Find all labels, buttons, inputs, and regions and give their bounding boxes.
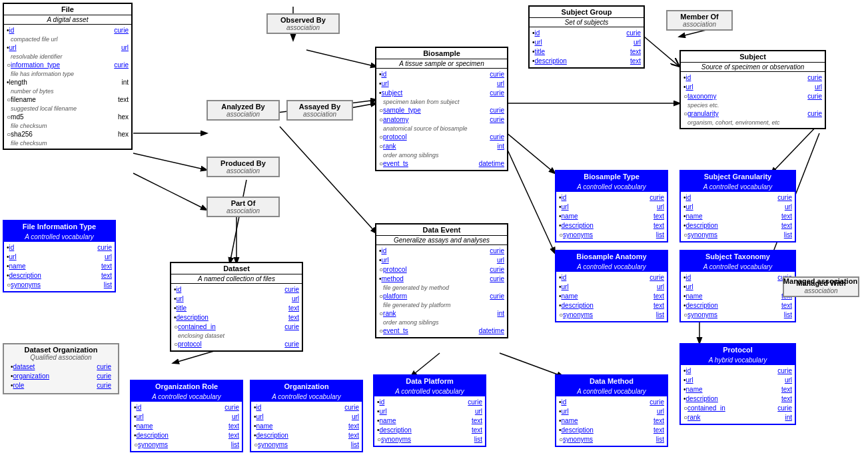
subj-tax-note: species etc. [683, 101, 822, 109]
subj-field-url: •url url [683, 83, 822, 92]
managed-with-subtitle: association [788, 287, 854, 294]
file-info-type-fields: •id curie •url url •name text •descripti… [4, 242, 115, 291]
dp-title: Data Platform [374, 376, 485, 387]
svg-line-6 [230, 180, 246, 263]
fit-id-type: curie [97, 243, 112, 252]
bs-field-rank: ○rank int [379, 142, 504, 151]
org-field-desc: •description text [254, 431, 359, 440]
do-dataset-name: •dataset [11, 362, 35, 372]
subject-entity: Subject Source of specimen or observatio… [679, 50, 826, 129]
svg-line-17 [411, 353, 440, 376]
produced-by-assoc: Produced By association [207, 157, 280, 177]
or-field-id: •id curie [134, 403, 239, 412]
fit-field-id: •id curie [7, 243, 112, 252]
file-infotype-note: file has information type [7, 70, 129, 78]
file-info-type-entity: File Information Type A controlled vocab… [3, 220, 116, 292]
subject-subtitle: Source of specimen or observation [681, 63, 825, 72]
diagram-container: File A digital asset •id curie compacted… [0, 0, 868, 467]
org-field-id: •id curie [254, 403, 359, 412]
bst-field-id: •id curie [559, 193, 664, 203]
file-field-sha256: ○sha256 hex [7, 130, 129, 139]
file-sha256-note: file checksum [7, 139, 129, 147]
dm-field-url: •url url [559, 407, 664, 416]
assayed-by-title: Assayed By [292, 103, 348, 111]
sg-field-id: •id curie [532, 29, 641, 38]
data-event-subtitle: Generalize assays and analyses [376, 236, 507, 245]
proto-field-url: •url url [683, 376, 792, 385]
file-fields: •id curie compacted file url •url url re… [4, 25, 131, 149]
subj-gran-note: organism, cohort, environment, etc [683, 119, 822, 127]
dataset-fields: •id curie •url url •title text •descript… [171, 284, 302, 350]
ds-field-desc: •description text [174, 313, 299, 322]
de-platform-note: file generated by platform [379, 301, 504, 309]
biosample-subtitle: A tissue sample or specimen [376, 59, 507, 69]
svg-line-13 [771, 123, 819, 173]
fit-field-name: •name text [7, 262, 112, 271]
member-of-subtitle: association [671, 21, 727, 28]
organization-entity: Organization A controlled vocabulary •id… [250, 380, 363, 452]
proto-title: Protocol [681, 344, 795, 356]
file-url-note: resolvable identifier [7, 53, 129, 61]
dataset-org-title: Dataset Organization [8, 346, 114, 354]
dm-title: Data Method [556, 376, 667, 387]
svg-line-15 [644, 37, 679, 67]
stax-field-url: •url url [683, 282, 792, 292]
managed-association-label: Managed association [782, 277, 859, 285]
file-md5-name: ○md5 [7, 113, 24, 122]
subject-group-fields: •id curie •url url •title text •descript… [530, 27, 644, 67]
fit-name-name: •name [7, 262, 26, 271]
sg-field-title: •title text [532, 47, 641, 57]
de-field-event: ○event_ts datetime [379, 326, 504, 336]
svg-line-12 [503, 140, 555, 253]
sgran-field-syn: ○synonyms list [683, 231, 792, 240]
biosample-fields: •id curie •url url •subject curie specim… [376, 69, 507, 170]
data-event-entity: Data Event Generalize assays and analyse… [375, 223, 508, 338]
dm-field-name: •name text [559, 416, 664, 426]
assayed-by-subtitle: association [292, 111, 348, 118]
dataset-org-fields: •dataset curie •organization curie •role… [8, 361, 114, 392]
bsa-field-url: •url url [559, 282, 664, 292]
dataset-org-subtitle: Qualified association [8, 354, 114, 361]
bs-field-event: ○event_ts datetime [379, 159, 504, 169]
dp-field-syn: ○synonyms list [377, 435, 482, 444]
bst-fields: •id curie •url url •name text •descripti… [556, 192, 667, 241]
or-fields: •id curie •url url •name text •descripti… [131, 402, 242, 451]
bs-field-stype: ○sample_type curie [379, 106, 504, 115]
observed-by-subtitle: association [272, 24, 334, 31]
subject-fields: •id curie •url url ○taxonomy curie speci… [681, 72, 825, 128]
ds-field-cin: ○contained_in curie [174, 322, 299, 332]
org-fields: •id curie •url url •name text •descripti… [251, 402, 362, 451]
fit-desc-name: •description [7, 271, 41, 280]
ds-field-title: •title text [174, 304, 299, 313]
file-length-note: number of bytes [7, 87, 129, 95]
file-length-type: int [121, 78, 129, 87]
proto-field-desc: •description text [683, 394, 792, 404]
file-url-type: url [121, 43, 129, 53]
file-field-md5: ○md5 hex [7, 113, 129, 122]
fit-field-desc: •description text [7, 271, 112, 280]
de-field-id: •id curie [379, 246, 504, 256]
de-field-platform: ○platform curie [379, 292, 504, 301]
member-of-title: Member Of [671, 13, 727, 21]
org-field-url: •url url [254, 412, 359, 422]
file-filename-name: ○filename [7, 95, 36, 105]
bsa-fields: •id curie •url url •name text •descripti… [556, 272, 667, 321]
biosample-anatomy-entity: Biosample Anatomy A controlled vocabular… [555, 250, 668, 322]
do-role-type: curie [97, 381, 111, 390]
dm-field-syn: ○synonyms list [559, 435, 664, 444]
file-sha256-type: hex [118, 130, 129, 139]
file-filename-type: text [118, 95, 129, 105]
do-role-name: •role [11, 381, 24, 390]
biosample-type-entity: Biosample Type A controlled vocabulary •… [555, 170, 668, 242]
org-title: Organization [251, 381, 362, 392]
dataset-subtitle: A named collection of files [171, 274, 302, 284]
svg-line-9 [306, 50, 376, 67]
stax-subtitle: A controlled vocabulary [681, 262, 795, 272]
fit-syn-name: ○synonyms [7, 280, 41, 290]
dm-field-id: •id curie [559, 398, 664, 407]
bst-title: Biosample Type [556, 171, 667, 183]
org-role-entity: Organization Role A controlled vocabular… [130, 380, 243, 452]
dataset-entity: Dataset A named collection of files •id … [170, 262, 303, 352]
protocol-entity: Protocol A hybrid vocabulary •id curie •… [679, 343, 796, 425]
sgran-subtitle: A controlled vocabulary [681, 183, 795, 192]
